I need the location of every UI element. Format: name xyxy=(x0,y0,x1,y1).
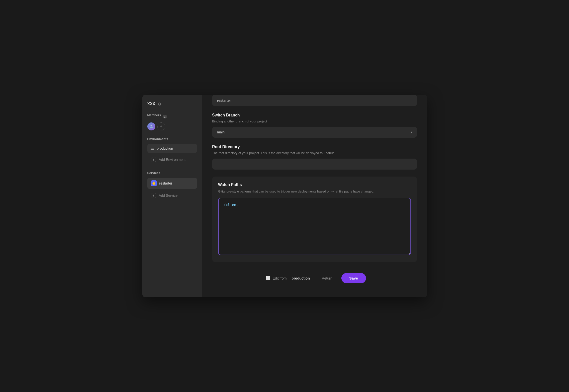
avatar xyxy=(147,122,155,130)
watch-paths-title: Watch Paths xyxy=(218,183,411,187)
gear-icon[interactable]: ⚙ xyxy=(158,102,161,106)
main-content: restarter Switch Branch Binding another … xyxy=(202,95,427,297)
repo-name-bar: restarter xyxy=(212,95,417,106)
switch-branch-title: Switch Branch xyxy=(212,113,417,117)
edit-from-production-button[interactable]: ⬜ Edit from production xyxy=(263,274,313,283)
action-bar: ⬜ Edit from production Return Save xyxy=(212,269,417,287)
root-directory-input[interactable] xyxy=(212,159,417,170)
repo-name: restarter xyxy=(217,98,231,102)
branch-select[interactable]: main develop staging xyxy=(212,127,417,138)
svg-point-0 xyxy=(150,125,152,126)
sidebar-header: XXX ⚙ xyxy=(147,102,197,106)
save-button[interactable]: Save xyxy=(341,273,366,283)
environments-label: Environments xyxy=(147,137,197,141)
service-name: restarter xyxy=(159,181,172,185)
environments-section: Environments ▬ production + Add Environm… xyxy=(147,137,197,164)
hand-icon: 🤚 xyxy=(151,180,157,186)
add-environment-label: Add Environment xyxy=(159,158,186,162)
project-title: XXX xyxy=(147,102,155,106)
branch-select-wrapper: main develop staging ▾ xyxy=(212,127,417,138)
root-directory-title: Root Directory xyxy=(212,145,417,149)
members-section: Members 1 + xyxy=(147,113,197,130)
add-member-button[interactable]: + xyxy=(157,122,165,130)
switch-branch-section: Switch Branch Binding another branch of … xyxy=(212,113,417,138)
edit-from-text: Edit from xyxy=(273,276,286,280)
edit-from-env: production xyxy=(291,276,310,280)
env-name: production xyxy=(157,146,173,150)
sidebar-item-restarter[interactable]: 🤚 restarter xyxy=(147,178,197,189)
watch-paths-card: Watch Paths Gitignore-style patterns tha… xyxy=(212,177,417,262)
return-button[interactable]: Return xyxy=(318,274,336,282)
terminal-icon: ⬜ xyxy=(266,276,271,281)
plus-icon-service: + xyxy=(151,193,156,198)
members-avatars: + xyxy=(147,122,197,130)
add-environment-button[interactable]: + Add Environment xyxy=(147,155,197,164)
plus-icon: + xyxy=(151,157,156,162)
sidebar: XXX ⚙ Members 1 + Environments xyxy=(142,95,202,297)
members-header: Members 1 xyxy=(147,113,197,120)
members-count: 1 xyxy=(163,115,167,118)
switch-branch-desc: Binding another branch of your project xyxy=(212,119,417,124)
watch-paths-textarea[interactable]: /client xyxy=(218,198,411,255)
add-service-label: Add Service xyxy=(159,194,178,197)
add-service-button[interactable]: + Add Service xyxy=(147,191,197,200)
sidebar-item-production[interactable]: ▬ production xyxy=(147,144,197,153)
content-inner: restarter Switch Branch Binding another … xyxy=(212,95,417,288)
watch-paths-desc: Gitignore-style patterns that can be use… xyxy=(218,189,411,194)
services-label: Services xyxy=(147,171,197,175)
root-directory-desc: The root directory of your project. This… xyxy=(212,151,417,156)
root-directory-section: Root Directory The root directory of you… xyxy=(212,145,417,170)
members-label: Members xyxy=(147,113,161,117)
services-section: Services 🤚 restarter + Add Service xyxy=(147,171,197,200)
app-window: XXX ⚙ Members 1 + Environments xyxy=(142,95,427,297)
server-icon: ▬ xyxy=(151,146,154,150)
